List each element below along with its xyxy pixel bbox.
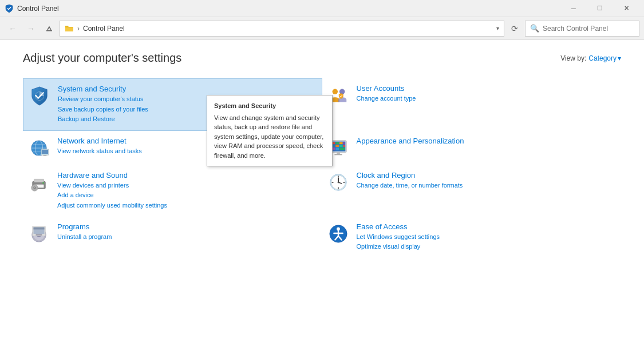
user-accounts-title[interactable]: User Accounts	[357, 84, 416, 93]
close-button[interactable]: ✕	[613, 0, 639, 17]
ease-icon	[327, 222, 350, 245]
svg-rect-24	[339, 147, 345, 150]
address-bar-field[interactable]: › Control Panel ▾	[60, 21, 504, 37]
address-dropdown-button[interactable]: ▾	[496, 25, 499, 31]
back-button[interactable]: ←	[5, 21, 21, 37]
up-icon	[45, 25, 53, 33]
svg-rect-25	[337, 152, 340, 154]
svg-rect-23	[335, 147, 339, 150]
programs-title[interactable]: Programs	[57, 222, 112, 231]
folder-icon	[65, 24, 74, 33]
search-icon: 🔍	[530, 24, 539, 33]
svg-point-35	[34, 187, 35, 188]
svg-rect-52	[35, 234, 42, 236]
window-title: Control Panel	[17, 5, 59, 13]
addressbar: ← → › Control Panel ▾ ⟳ 🔍	[0, 17, 644, 40]
svg-point-2	[332, 89, 338, 95]
svg-rect-15	[335, 142, 339, 144]
network-link-1[interactable]: View network status and tasks	[57, 146, 142, 157]
svg-point-32	[42, 182, 44, 184]
titlebar-left: Control Panel	[5, 4, 59, 13]
hardware-link-2[interactable]: Add a device	[57, 190, 167, 201]
system-security-link-1[interactable]: Review your computer's status	[58, 94, 148, 105]
panel-system-security: System and Security Review your computer…	[23, 78, 322, 131]
search-box[interactable]: 🔍	[525, 21, 639, 37]
view-by-value-text: Category	[588, 54, 617, 62]
ease-link-1[interactable]: Let Windows suggest settings	[357, 232, 440, 242]
svg-rect-10	[42, 150, 48, 154]
clock-text: Clock and Region Change date, time, or n…	[357, 171, 463, 191]
panel-clock: Clock and Region Change date, time, or n…	[322, 165, 622, 217]
panels-grid: System and Security Review your computer…	[23, 78, 621, 258]
network-title[interactable]: Network and Internet	[57, 137, 142, 145]
view-by-chevron-icon: ▾	[618, 54, 621, 62]
refresh-button[interactable]: ⟳	[507, 21, 523, 37]
panel-programs: Programs Uninstall a program	[23, 217, 322, 258]
clock-icon	[327, 171, 350, 194]
svg-point-44	[337, 181, 339, 183]
svg-rect-16	[339, 142, 342, 144]
view-by-value[interactable]: Category ▾	[588, 54, 621, 62]
hardware-link-1[interactable]: View devices and printers	[57, 181, 167, 191]
system-security-title[interactable]: System and Security	[58, 85, 148, 93]
svg-rect-51	[34, 227, 45, 229]
maximize-button[interactable]: ☐	[587, 0, 613, 17]
search-input[interactable]	[543, 25, 634, 33]
hardware-title[interactable]: Hardware and Sound	[57, 171, 167, 180]
page-header: Adjust your computer's settings View by:…	[23, 51, 621, 65]
tooltip-body: View and change system and security stat…	[214, 113, 325, 161]
titlebar: Control Panel ─ ☐ ✕	[0, 0, 644, 17]
up-button[interactable]	[41, 21, 57, 37]
window-controls: ─ ☐ ✕	[560, 0, 639, 17]
ease-text: Ease of Access Let Windows suggest setti…	[357, 222, 440, 252]
breadcrumb-separator: ›	[77, 25, 80, 33]
svg-rect-21	[343, 145, 345, 147]
system-security-link-3[interactable]: Backup and Restore	[58, 114, 148, 125]
panel-ease: Ease of Access Let Windows suggest setti…	[322, 217, 622, 258]
svg-rect-11	[44, 155, 47, 155]
forward-button[interactable]: →	[23, 21, 39, 37]
programs-link-1[interactable]: Uninstall a program	[57, 232, 112, 242]
svg-rect-26	[334, 154, 342, 155]
hardware-link-3[interactable]: Adjust commonly used mobility settings	[57, 201, 167, 211]
view-by-label: View by:	[560, 54, 586, 62]
ease-title[interactable]: Ease of Access	[357, 222, 440, 231]
svg-rect-20	[339, 145, 342, 147]
ease-link-2[interactable]: Optimize visual display	[357, 242, 440, 252]
hardware-text: Hardware and Sound View devices and prin…	[57, 171, 167, 211]
panel-appearance: Appearance and Personalization	[322, 131, 622, 165]
svg-rect-0	[46, 30, 52, 31]
programs-icon	[27, 222, 50, 245]
page-title: Adjust your computer's settings	[23, 51, 181, 65]
panel-user-accounts: User Accounts Change account type	[322, 78, 622, 131]
network-icon	[27, 137, 50, 159]
clock-title[interactable]: Clock and Region	[357, 171, 463, 180]
hardware-icon	[27, 171, 50, 194]
user-accounts-text: User Accounts Change account type	[357, 84, 416, 104]
appearance-text: Appearance and Personalization	[357, 137, 464, 146]
clock-link-1[interactable]: Change date, time, or number formats	[357, 181, 463, 191]
app-icon	[5, 4, 14, 13]
view-by-control: View by: Category ▾	[560, 54, 621, 62]
user-accounts-link-1[interactable]: Change account type	[357, 94, 416, 104]
system-security-icon	[28, 85, 51, 107]
panel-hardware: Hardware and Sound View devices and prin…	[23, 165, 322, 217]
main-content: Adjust your computer's settings View by:…	[0, 40, 644, 339]
svg-rect-19	[335, 145, 339, 147]
minimize-button[interactable]: ─	[560, 0, 587, 17]
system-security-tooltip: System and Security View and change syst…	[207, 95, 333, 166]
svg-rect-28	[34, 179, 44, 182]
svg-rect-17	[343, 142, 345, 144]
tooltip-title: System and Security	[214, 101, 325, 111]
breadcrumb-path: Control Panel	[83, 25, 493, 33]
appearance-title[interactable]: Appearance and Personalization	[357, 137, 464, 145]
system-security-text: System and Security Review your computer…	[58, 85, 148, 125]
network-text: Network and Internet View network status…	[57, 137, 142, 157]
programs-text: Programs Uninstall a program	[57, 222, 112, 242]
system-security-link-2[interactable]: Save backup copies of your files	[58, 105, 148, 115]
